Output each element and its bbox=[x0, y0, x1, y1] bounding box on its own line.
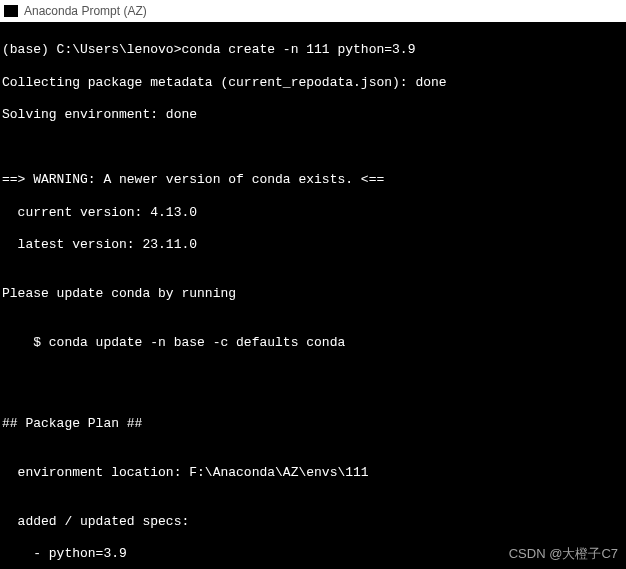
specs-header: added / updated specs: bbox=[2, 514, 624, 530]
warning-line: ==> WARNING: A newer version of conda ex… bbox=[2, 172, 624, 188]
spec-line: - python=3.9 bbox=[2, 546, 624, 562]
output-line: Collecting package metadata (current_rep… bbox=[2, 75, 624, 91]
window-titlebar: Anaconda Prompt (AZ) bbox=[0, 0, 626, 22]
prompt-command: conda create -n 111 python=3.9 bbox=[181, 42, 415, 57]
warning-line: current version: 4.13.0 bbox=[2, 205, 624, 221]
app-icon bbox=[4, 5, 18, 17]
terminal-output[interactable]: (base) C:\Users\lenovo>conda create -n 1… bbox=[0, 22, 626, 569]
window-title: Anaconda Prompt (AZ) bbox=[24, 4, 147, 18]
env-location: environment location: F:\Anaconda\AZ\env… bbox=[2, 465, 624, 481]
update-command-line: $ conda update -n base -c defaults conda bbox=[2, 335, 624, 351]
prompt-cwd: (base) C:\Users\lenovo> bbox=[2, 42, 181, 57]
prompt-line: (base) C:\Users\lenovo>conda create -n 1… bbox=[2, 42, 624, 58]
output-line: Please update conda by running bbox=[2, 286, 624, 302]
output-line: Solving environment: done bbox=[2, 107, 624, 123]
warning-line: latest version: 23.11.0 bbox=[2, 237, 624, 253]
plan-header: ## Package Plan ## bbox=[2, 416, 624, 432]
